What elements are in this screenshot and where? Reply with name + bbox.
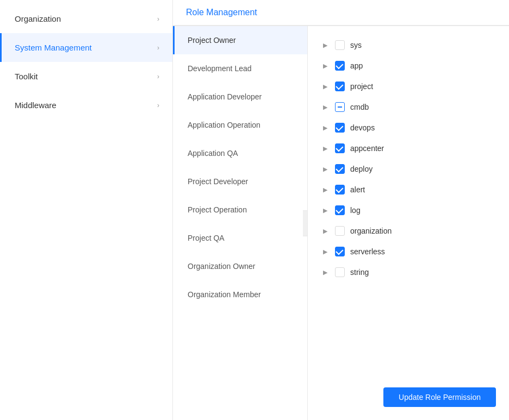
page-title: Role Management (186, 8, 257, 17)
sidebar-item-label: Middleware (15, 101, 57, 110)
permission-label-cmdb: cmdb (350, 103, 369, 111)
collapse-toggle[interactable]: « (303, 210, 308, 236)
role-item-application-qa[interactable]: Application QA (173, 139, 307, 167)
permission-item-appcenter: ▶appcenter (321, 138, 496, 159)
expand-arrow-icon[interactable]: ▶ (323, 228, 330, 235)
update-btn-area: Update Role Permission (383, 387, 496, 407)
role-item-application-developer[interactable]: Application Developer (173, 83, 307, 111)
permission-area: ▶sys▶app▶project▶cmdb▶devops▶appcenter▶d… (308, 26, 509, 420)
permission-label-log: log (350, 206, 361, 215)
checkbox-sys[interactable] (335, 40, 345, 50)
sidebar: Organization › System Management › Toolk… (0, 0, 173, 420)
expand-arrow-icon[interactable]: ▶ (323, 248, 330, 255)
permission-item-deploy: ▶deploy (321, 159, 496, 179)
permission-item-alert: ▶alert (321, 179, 496, 200)
permission-label-serverless: serverless (350, 247, 385, 256)
permission-label-organization: organization (350, 227, 392, 235)
checkbox-deploy[interactable] (335, 164, 345, 174)
role-item-development-lead[interactable]: Development Lead (173, 54, 307, 83)
expand-arrow-icon[interactable]: ▶ (323, 166, 330, 173)
permission-item-devops: ▶devops (321, 117, 496, 138)
role-item-project-operation[interactable]: Project Operation (173, 196, 307, 224)
role-item-project-owner[interactable]: Project Owner (173, 26, 307, 54)
role-list: Project OwnerDevelopment LeadApplication… (173, 26, 308, 420)
permission-label-appcenter: appcenter (350, 144, 384, 153)
expand-arrow-icon[interactable]: ▶ (323, 186, 330, 193)
checkbox-app[interactable] (335, 61, 345, 71)
sidebar-item-middleware[interactable]: Middleware › (0, 91, 172, 120)
permission-label-deploy: deploy (350, 165, 373, 173)
permission-item-serverless: ▶serverless (321, 241, 496, 262)
checkbox-appcenter[interactable] (335, 143, 345, 153)
page-title-bar: Role Management (173, 0, 509, 26)
permission-item-project: ▶project (321, 76, 496, 97)
expand-arrow-icon[interactable]: ▶ (323, 207, 330, 214)
role-item-organization-member[interactable]: Organization Member (173, 280, 307, 309)
checkbox-project[interactable] (335, 82, 345, 91)
expand-arrow-icon[interactable]: ▶ (323, 62, 330, 70)
expand-arrow-icon[interactable]: ▶ (323, 104, 330, 111)
checkbox-cmdb[interactable] (335, 102, 345, 112)
role-item-application-operation[interactable]: Application Operation (173, 111, 307, 139)
permission-item-log: ▶log (321, 200, 496, 221)
permission-item-sys: ▶sys (321, 35, 496, 55)
permission-label-project: project (350, 82, 373, 91)
checkbox-devops[interactable] (335, 123, 345, 133)
permission-item-app: ▶app (321, 55, 496, 76)
permission-item-string: ▶string (321, 262, 496, 283)
permission-item-cmdb: ▶cmdb (321, 97, 496, 117)
expand-arrow-icon[interactable]: ▶ (323, 269, 330, 276)
sidebar-item-label: Organization (15, 14, 61, 23)
chevron-right-icon: › (157, 102, 159, 109)
chevron-right-icon: › (157, 44, 159, 52)
checkbox-log[interactable] (335, 205, 345, 215)
sidebar-item-toolkit[interactable]: Toolkit › (0, 62, 172, 91)
permission-label-alert: alert (350, 185, 365, 194)
sidebar-item-label: Toolkit (15, 72, 38, 81)
expand-arrow-icon[interactable]: ▶ (323, 42, 330, 49)
permission-label-sys: sys (350, 41, 362, 49)
checkbox-organization[interactable] (335, 226, 345, 236)
chevron-right-icon: › (157, 73, 159, 80)
expand-arrow-icon[interactable]: ▶ (323, 83, 330, 90)
role-item-organization-owner[interactable]: Organization Owner (173, 252, 307, 280)
role-item-project-qa[interactable]: Project QA (173, 224, 307, 252)
sidebar-item-label: System Management (15, 43, 92, 52)
expand-arrow-icon[interactable]: ▶ (323, 124, 330, 131)
sidebar-item-system-management[interactable]: System Management › (0, 33, 172, 62)
checkbox-string[interactable] (335, 267, 345, 277)
permission-item-organization: ▶organization (321, 221, 496, 241)
permission-label-string: string (350, 268, 369, 277)
role-item-project-developer[interactable]: Project Developer (173, 167, 307, 196)
permission-label-devops: devops (350, 123, 375, 132)
main-content: Role Management Project OwnerDevelopment… (173, 0, 509, 420)
checkbox-alert[interactable] (335, 185, 345, 195)
sidebar-item-organization[interactable]: Organization › (0, 4, 172, 33)
content-area: Project OwnerDevelopment LeadApplication… (173, 26, 509, 420)
checkbox-serverless[interactable] (335, 247, 345, 256)
update-role-permission-button[interactable]: Update Role Permission (383, 387, 496, 407)
expand-arrow-icon[interactable]: ▶ (323, 145, 330, 152)
chevron-right-icon: › (157, 15, 159, 23)
permission-label-app: app (350, 61, 363, 70)
